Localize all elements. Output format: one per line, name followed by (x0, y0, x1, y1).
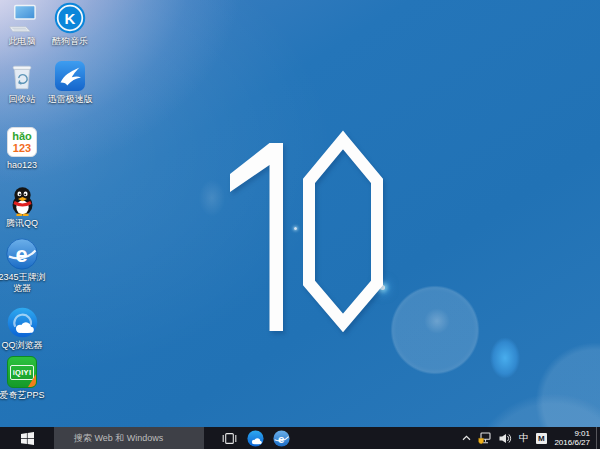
wallpaper-sparkle (380, 285, 385, 290)
taskbar-search-input[interactable]: 搜索 Web 和 Windows (54, 427, 204, 449)
desktop-icon-iqiyi-pps[interactable]: iQIYI 爱奇艺PPS (0, 356, 52, 401)
thunder-icon (54, 60, 86, 92)
this-pc-icon (6, 2, 38, 34)
2345-e-glyph: e (15, 242, 27, 267)
desktop-icon-label: 回收站 (9, 94, 36, 105)
task-view-button[interactable] (216, 427, 242, 449)
hao123-glyph-top: hǎo (12, 130, 32, 142)
windows-desktop-screen: 此电脑 K 酷狗音乐 回收站 (0, 0, 600, 449)
ime-language-badge: M (536, 433, 547, 444)
kugou-k-glyph: K (65, 10, 76, 27)
chevron-up-icon (462, 435, 471, 441)
desktop-icon-tencent-qq[interactable]: 腾讯QQ (0, 184, 52, 229)
tray-show-hidden-icons-button[interactable] (458, 427, 474, 449)
tray-clock[interactable]: 9:01 2016/6/27 (550, 429, 596, 447)
desktop-icon-2345-browser[interactable]: e 2345王牌浏览器 (0, 238, 52, 294)
desktop-icon-qq-browser[interactable]: QQ浏览器 (0, 306, 52, 351)
taskbar-qq-browser-button[interactable] (242, 427, 268, 449)
tray-ime-language-button[interactable]: M (532, 427, 550, 449)
tencent-qq-icon (6, 184, 38, 216)
2345-e-glyph: e (277, 431, 284, 444)
hao123-icon: hǎo 123 (6, 126, 38, 158)
2345-browser-icon: e (273, 430, 290, 447)
speaker-icon (499, 433, 512, 444)
desktop-icon-kugou-music[interactable]: K 酷狗音乐 (40, 2, 100, 47)
desktop-icon-thunder[interactable]: 迅雷极速版 (40, 60, 100, 105)
clock-date: 2016/6/27 (554, 438, 590, 447)
tray-network-status-button[interactable] (474, 427, 495, 449)
desktop-icon-label: QQ浏览器 (1, 340, 42, 351)
iqiyi-pps-icon: iQIYI (6, 356, 38, 388)
task-view-icon (221, 432, 238, 445)
desktop-icon-label: 迅雷极速版 (48, 94, 93, 105)
start-button[interactable] (0, 427, 54, 449)
desktop-icon-label: 此电脑 (9, 36, 36, 47)
taskbar-2345-browser-button[interactable]: e (268, 427, 294, 449)
wallpaper-sparkle (294, 227, 297, 230)
system-tray: 中 M 9:01 2016/6/27 (458, 427, 600, 449)
recycle-bin-icon (6, 60, 38, 92)
show-desktop-button[interactable] (596, 427, 600, 449)
network-warning-icon (478, 432, 492, 445)
2345-browser-icon: e (6, 238, 38, 270)
ime-mode-indicator: 中 (519, 431, 529, 445)
taskbar: 搜索 Web 和 Windows (0, 427, 600, 449)
clock-time: 9:01 (554, 429, 590, 438)
hao123-glyph-bottom: 123 (13, 142, 31, 154)
desktop-icon-label: 腾讯QQ (6, 218, 38, 229)
tray-volume-button[interactable] (495, 427, 515, 449)
kugou-music-icon: K (54, 2, 86, 34)
qq-browser-icon (247, 430, 264, 447)
windows-logo-icon (21, 432, 34, 445)
desktop-icon-label: hao123 (7, 160, 37, 171)
search-placeholder-text: 搜索 Web 和 Windows (54, 432, 163, 445)
desktop-icon-label: 2345王牌浏览器 (0, 272, 49, 294)
desktop-wallpaper[interactable]: 此电脑 K 酷狗音乐 回收站 (0, 0, 600, 427)
tray-ime-mode-button[interactable]: 中 (515, 427, 532, 449)
desktop-icon-label: 酷狗音乐 (52, 36, 88, 47)
iqiyi-glyph: iQIYI (10, 365, 35, 380)
desktop-icon-label: 爱奇艺PPS (0, 390, 45, 401)
desktop-icon-hao123[interactable]: hǎo 123 hao123 (0, 126, 52, 171)
qq-browser-icon (6, 306, 38, 338)
